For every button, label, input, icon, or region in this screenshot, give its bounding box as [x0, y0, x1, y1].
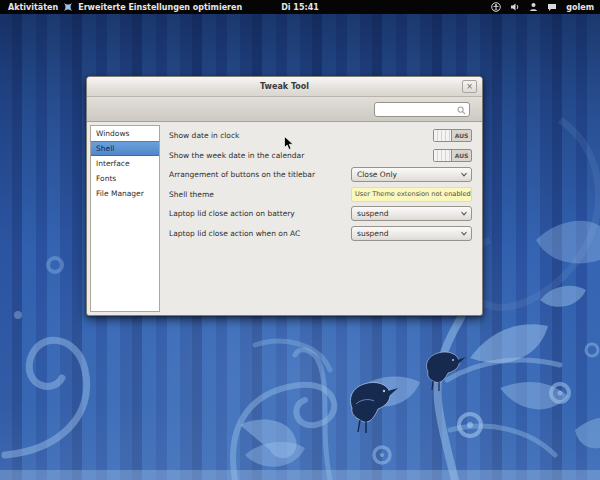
setting-row-lid-battery: Laptop lid close action on battery suspe… [169, 204, 472, 224]
focused-app-title[interactable]: Erweiterte Einstellungen optimieren [78, 3, 242, 12]
chat-bubble-icon[interactable] [547, 3, 557, 12]
accessibility-icon[interactable] [491, 2, 501, 12]
sidebar-item-fonts[interactable]: Fonts [91, 171, 159, 186]
chevron-down-icon [461, 211, 466, 216]
lid-battery-dropdown[interactable]: suspend [351, 206, 472, 221]
user-menu[interactable]: golem [566, 3, 594, 12]
volume-icon[interactable] [510, 2, 520, 12]
sidebar-item-shell[interactable]: Shell [91, 141, 159, 156]
titlebar-buttons-dropdown[interactable]: Close Only [351, 167, 472, 182]
tweak-tool-window: Tweak Tool × Windows Shell Interface Fon… [86, 76, 483, 316]
lid-ac-dropdown[interactable]: suspend [351, 226, 472, 241]
wallpaper-bottom-band [0, 470, 600, 480]
setting-row-shell-theme: Shell theme User Theme extension not ena… [169, 185, 472, 205]
window-title: Tweak Tool [260, 82, 309, 91]
toggle-state-label: AUS [452, 150, 471, 161]
dropdown-value: Close Only [357, 170, 397, 179]
chevron-down-icon [461, 231, 466, 236]
week-date-toggle[interactable]: AUS [433, 149, 472, 162]
category-sidebar: Windows Shell Interface Fonts File Manag… [90, 125, 160, 312]
dropdown-value: suspend [357, 229, 388, 238]
setting-row-lid-ac: Laptop lid close action when on AC suspe… [169, 224, 472, 244]
setting-label: Show the week date in the calendar [169, 151, 304, 160]
setting-row-week-date: Show the week date in the calendar AUS [169, 146, 472, 166]
window-toolbar [87, 97, 482, 122]
toggle-knob [434, 130, 452, 141]
window-titlebar[interactable]: Tweak Tool × [87, 77, 482, 97]
desktop: Aktivitäten Erweiterte Einstellungen opt… [0, 0, 600, 480]
sidebar-item-interface[interactable]: Interface [91, 156, 159, 171]
setting-row-titlebar-buttons: Arrangement of buttons on the titlebar C… [169, 165, 472, 185]
tweak-tool-app-icon[interactable] [63, 2, 73, 12]
date-in-clock-toggle[interactable]: AUS [433, 129, 472, 142]
mouse-cursor [284, 136, 294, 151]
user-status-icon[interactable] [529, 2, 538, 12]
setting-label: Laptop lid close action when on AC [169, 229, 300, 238]
setting-label: Laptop lid close action on battery [169, 209, 295, 218]
search-input[interactable] [375, 103, 469, 116]
shell-theme-warning: User Theme extension not enabled [351, 187, 472, 202]
search-icon [457, 106, 466, 115]
settings-panel: Show date in clock AUS Show the week dat… [160, 122, 482, 315]
setting-row-date-in-clock: Show date in clock AUS [169, 126, 472, 146]
setting-label: Arrangement of buttons on the titlebar [169, 170, 315, 179]
top-bar: Aktivitäten Erweiterte Einstellungen opt… [0, 0, 600, 14]
chevron-down-icon [461, 172, 466, 177]
setting-label: Shell theme [169, 190, 214, 199]
close-button[interactable]: × [462, 80, 477, 93]
activities-button[interactable]: Aktivitäten [8, 3, 58, 12]
dropdown-value: suspend [357, 209, 388, 218]
search-field[interactable] [374, 102, 470, 117]
toggle-knob [434, 150, 452, 161]
setting-label: Show date in clock [169, 131, 239, 140]
sidebar-item-file-manager[interactable]: File Manager [91, 186, 159, 201]
sidebar-item-windows[interactable]: Windows [91, 126, 159, 141]
toggle-state-label: AUS [452, 130, 471, 141]
